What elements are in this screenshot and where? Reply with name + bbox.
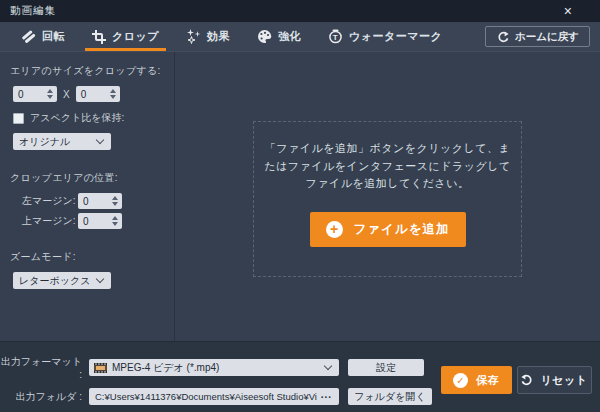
close-icon[interactable]: ×	[560, 4, 576, 18]
save-button[interactable]: ✓ 保存	[441, 366, 512, 394]
zoom-mode-selected-value: レターボックス	[13, 274, 97, 288]
aspect-ratio-selected-value: オリジナル	[13, 135, 97, 149]
tab-bar: 回転 クロップ 効果 強化 T ウォーターマーク	[0, 22, 600, 52]
open-folder-button[interactable]: フォルダを開く	[348, 388, 432, 405]
aspect-ratio-checkbox[interactable]	[13, 113, 24, 124]
content-area: エリアのサイズをクロップする: 0 X 0 アスペクト比を保持: オリジナル	[0, 52, 600, 341]
output-folder-label: 出力フォルダ :	[0, 390, 82, 404]
crop-size-label: エリアのサイズをクロップする:	[10, 64, 174, 78]
stepper-arrows-icon[interactable]	[112, 216, 122, 226]
output-bar: 出力フォーマット : MPEG-4 ビデオ (*.mp4) 設定 出力フォルダ …	[0, 341, 600, 412]
stepper-arrows-icon[interactable]	[47, 89, 57, 99]
tab-crop[interactable]: クロップ	[85, 22, 166, 51]
svg-text:T: T	[333, 33, 338, 42]
tab-effects-label: 効果	[207, 29, 230, 44]
check-circle-icon: ✓	[453, 373, 468, 388]
top-margin-value[interactable]: 0	[78, 216, 112, 227]
add-file-label: ファイルを追加	[354, 221, 450, 238]
chevron-down-icon	[324, 362, 332, 370]
drop-instructions-line3: ファイルを追加してください。	[264, 175, 511, 193]
crop-settings-sidebar: エリアのサイズをクロップする: 0 X 0 アスペクト比を保持: オリジナル	[0, 52, 175, 341]
output-format-select[interactable]: MPEG-4 ビデオ (*.mp4)	[89, 359, 339, 376]
tab-watermark-label: ウォーターマーク	[349, 29, 442, 44]
video-edit-window: 動画編集 × 回転 クロップ 効果 強化	[0, 0, 600, 412]
left-margin-label: 左マージン:	[22, 194, 78, 208]
back-to-home-label: ホームに戻す	[515, 30, 579, 44]
plus-circle-icon: +	[326, 221, 343, 238]
output-folder-value: C:¥Users¥1411376¥Documents¥Aiseesoft Stu…	[89, 391, 317, 402]
output-format-value: MPEG-4 ビデオ (*.mp4)	[112, 361, 325, 375]
palette-icon	[257, 29, 272, 44]
crop-width-stepper[interactable]: 0	[13, 86, 57, 102]
tab-enhance[interactable]: 強化	[250, 22, 308, 51]
times-label: X	[63, 89, 70, 100]
watermark-icon: T	[328, 29, 343, 44]
zoom-mode-label: ズームモード:	[10, 250, 174, 264]
rotate-icon	[21, 29, 36, 44]
crop-icon	[92, 30, 106, 44]
crop-height-value[interactable]: 0	[76, 89, 110, 100]
file-drop-zone[interactable]: 「ファイルを追加」ボタンをクリックして、ま たはファイルをインタフェースにドラッ…	[253, 121, 522, 277]
left-margin-stepper[interactable]: 0	[78, 193, 122, 209]
reset-button-label: リセット	[540, 373, 587, 388]
crop-width-value[interactable]: 0	[13, 89, 47, 100]
aspect-ratio-select[interactable]: オリジナル	[13, 133, 111, 150]
title-bar: 動画編集 ×	[0, 0, 600, 22]
top-margin-stepper[interactable]: 0	[78, 213, 122, 229]
chevron-down-icon	[96, 136, 104, 144]
output-folder-field[interactable]: C:¥Users¥1411376¥Documents¥Aiseesoft Stu…	[89, 388, 339, 405]
crop-height-stepper[interactable]: 0	[76, 86, 120, 102]
tab-rotate-label: 回転	[42, 29, 65, 44]
film-icon	[94, 363, 107, 373]
reset-arrow-icon	[521, 374, 534, 386]
settings-button-label: 設定	[376, 361, 396, 375]
save-button-label: 保存	[476, 373, 500, 388]
stepper-arrows-icon[interactable]	[112, 196, 122, 206]
left-margin-row: 左マージン: 0	[10, 193, 174, 209]
crop-size-row: 0 X 0	[13, 86, 174, 102]
chevron-down-icon	[96, 275, 104, 283]
drop-instructions-line2: たはファイルをインタフェースにドラッグして	[264, 158, 511, 176]
tab-rotate[interactable]: 回転	[14, 22, 72, 51]
stars-icon	[186, 29, 201, 44]
top-margin-row: 上マージン: 0	[10, 213, 174, 229]
aspect-ratio-row: アスペクト比を保持:	[13, 111, 174, 125]
settings-button[interactable]: 設定	[348, 359, 424, 376]
add-file-button[interactable]: + ファイルを追加	[310, 212, 466, 247]
reset-button[interactable]: リセット	[517, 366, 592, 394]
zoom-mode-select[interactable]: レターボックス	[13, 272, 111, 289]
top-margin-label: 上マージン:	[22, 214, 78, 228]
stepper-arrows-icon[interactable]	[110, 89, 120, 99]
drop-instructions-line1: 「ファイルを追加」ボタンをクリックして、ま	[264, 140, 511, 158]
back-to-home-button[interactable]: ホームに戻す	[485, 26, 590, 47]
aspect-ratio-label: アスペクト比を保持:	[30, 111, 124, 125]
left-margin-value[interactable]: 0	[78, 196, 112, 207]
drop-instructions: 「ファイルを追加」ボタンをクリックして、ま たはファイルをインタフェースにドラッ…	[264, 140, 511, 193]
tab-watermark[interactable]: T ウォーターマーク	[321, 22, 449, 51]
open-folder-label: フォルダを開く	[354, 390, 425, 404]
preview-area: 「ファイルを追加」ボタンをクリックして、ま たはファイルをインタフェースにドラッ…	[175, 52, 600, 341]
crop-position-label: クロップエリアの位置:	[10, 171, 174, 185]
tab-crop-label: クロップ	[112, 29, 159, 44]
window-title: 動画編集	[10, 4, 56, 18]
tab-enhance-label: 強化	[278, 29, 301, 44]
output-format-label: 出力フォーマット :	[0, 355, 82, 380]
return-arrow-icon	[496, 31, 509, 43]
browse-ellipsis-button[interactable]: ...	[317, 389, 339, 404]
tab-effects[interactable]: 効果	[179, 22, 237, 51]
